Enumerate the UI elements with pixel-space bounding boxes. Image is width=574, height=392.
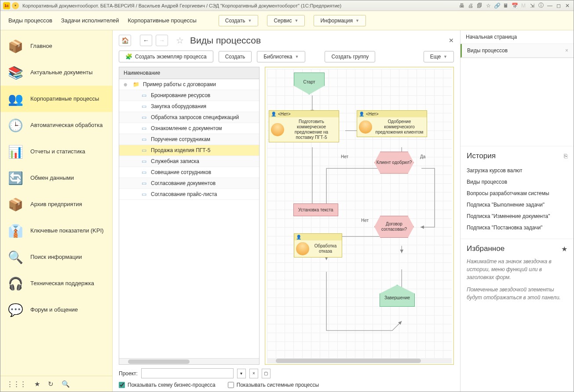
sidebar-item-10[interactable]: 💬Форум и общение <box>0 297 112 323</box>
forward-button[interactable]: → <box>156 35 168 46</box>
tree-row[interactable]: ▭Обработка запросов спецификаций <box>119 112 259 123</box>
tree-scrollbar[interactable] <box>119 358 259 364</box>
printer-icon[interactable]: 🖨 <box>467 2 474 9</box>
back-button[interactable]: ← <box>140 35 152 46</box>
show-scheme-checkbox[interactable]: Показывать схему бизнес-процесса <box>119 382 216 388</box>
node-decision-contract-agreed[interactable]: Договор согласован? <box>374 216 414 238</box>
history-link[interactable]: Подписка "Постановка задачи" <box>467 222 567 233</box>
page-title: Виды процессов <box>190 35 261 46</box>
sidebar-item-9[interactable]: 🎧Техническая поддержка <box>0 270 112 297</box>
fav-icon[interactable]: ★ <box>34 380 40 388</box>
node-task-prepare-offer[interactable]: 👤<Нет> Подготовить коммерческое предложе… <box>269 110 339 142</box>
sidebar-item-6[interactable]: 📦Архив предприятия <box>0 191 112 218</box>
create-group-button[interactable]: Создать группу <box>325 51 375 62</box>
menu-link-tasks[interactable]: Задачи исполнителей <box>61 17 119 24</box>
collapse-icon[interactable]: ⇲ <box>529 2 536 9</box>
minimize-icon[interactable]: — <box>546 2 553 9</box>
dropdown-icon[interactable]: ▾ <box>12 2 19 9</box>
tree-row[interactable]: ▭Служебная записка <box>119 156 259 167</box>
project-clear-button[interactable]: × <box>249 369 258 378</box>
favorite-star-icon[interactable]: ☆ <box>176 35 184 46</box>
favorites-star-icon[interactable]: ★ <box>561 245 567 253</box>
more-button[interactable]: Еще▼ <box>424 51 454 62</box>
history-link[interactable]: Подписка "Выполнение задачи" <box>467 199 567 211</box>
info-icon[interactable]: ⓘ <box>537 2 545 9</box>
menu-create-button[interactable]: Создать▼ <box>219 15 259 26</box>
library-button[interactable]: Библиотека▼ <box>257 51 305 62</box>
nav-icon: 🔍 <box>7 248 24 266</box>
nav-label: Автоматическая обработка <box>30 122 102 129</box>
create-instance-button[interactable]: 🧩Создать экземпляр процесса <box>119 51 213 62</box>
node-task-approve-offer[interactable]: 👤<Нет> Одобрение коммерческого предложен… <box>357 110 427 137</box>
project-dropdown-button[interactable]: ▾ <box>237 369 246 378</box>
m-icon[interactable]: M <box>520 2 527 9</box>
nav-label: Главное <box>30 43 52 50</box>
favorites-title: Избранное <box>467 244 505 253</box>
nav-icon: 👥 <box>7 90 24 108</box>
link-icon[interactable]: 🔗 <box>494 2 501 9</box>
print-icon[interactable]: 🖶 <box>458 2 465 9</box>
history-icon[interactable]: ↻ <box>48 380 54 388</box>
menu-link-process-types[interactable]: Виды процессов <box>8 17 52 24</box>
tree-row[interactable]: ⊕📁Пример работы с договорами <box>119 79 259 90</box>
nav-label: Ключевые показатели (KPI) <box>30 227 104 235</box>
nav-label: Техническая поддержка <box>30 280 94 287</box>
node-decision-client-approved[interactable]: Клиент одобрил? <box>374 152 414 174</box>
avatar-icon <box>359 120 372 134</box>
sidebar-item-4[interactable]: 📊Отчеты и статистика <box>0 138 112 165</box>
tree-row[interactable]: ▭Закупка оборудования <box>119 101 259 112</box>
apps-icon[interactable]: ⋮⋮⋮ <box>7 380 26 388</box>
titlebar: 1c ▾ Корпоративный документооборот. БЕТА… <box>0 0 574 11</box>
history-pin-icon[interactable]: ⎘ <box>564 152 567 160</box>
history-link[interactable]: Загрузка курсов валют <box>467 165 567 176</box>
diagram-canvas[interactable]: Старт 👤<Нет> Подготовить коммерческое пр… <box>265 67 454 365</box>
sidebar-bottom-bar: ⋮⋮⋮ ★ ↻ 🔍 <box>0 376 112 392</box>
nav-icon: 🕒 <box>7 116 24 134</box>
diagram-scrollbar[interactable] <box>267 358 452 363</box>
close-tab-icon[interactable]: × <box>565 47 568 54</box>
tree-row[interactable]: ▭Поручение сотрудникам <box>119 134 259 145</box>
show-system-checkbox[interactable]: Показывать системные процессы <box>228 382 319 388</box>
sidebar-item-7[interactable]: 👔Ключевые показатели (KPI) <box>0 218 112 244</box>
tree-row[interactable]: ▭Согласование прайс-листа <box>119 189 259 200</box>
nav-icon: 📚 <box>7 64 24 81</box>
close-page-icon[interactable]: ✕ <box>449 37 454 44</box>
right-pane: Начальная страница Виды процессов× Истор… <box>460 30 574 392</box>
favorites-hint-1: Нажимайте на значок звездочка в истории,… <box>467 258 567 281</box>
content-area: 🏠 ← → ☆ Виды процессов ✕ 🧩Создать экземп… <box>113 30 460 392</box>
tree-row[interactable]: ▭Бронирование ресурсов <box>119 90 259 101</box>
home-button[interactable]: 🏠 <box>119 35 131 46</box>
maximize-icon[interactable]: ◻ <box>555 2 562 9</box>
rp-tab-home[interactable]: Начальная страница <box>461 30 574 44</box>
history-link[interactable]: Виды процессов <box>467 176 567 188</box>
sidebar-item-8[interactable]: 🔍Поиск информации <box>0 244 112 270</box>
star-icon[interactable]: ☆ <box>485 2 492 9</box>
menu-link-corp-processes[interactable]: Корпоративные процессы <box>128 17 197 24</box>
project-input[interactable] <box>141 368 234 378</box>
project-open-button[interactable]: ▢ <box>262 369 271 378</box>
menu-service-button[interactable]: Сервис▼ <box>267 15 305 26</box>
app-logo-icon: 1c <box>3 2 10 9</box>
create-button[interactable]: Создать <box>219 51 252 62</box>
project-label: Проект: <box>119 370 138 377</box>
rp-tab-current[interactable]: Виды процессов× <box>461 44 574 58</box>
sidebar-item-3[interactable]: 🕒Автоматическая обработка <box>0 112 112 138</box>
sidebar-item-2[interactable]: 👥Корпоративные процессы <box>0 86 112 112</box>
close-window-icon[interactable]: ✕ <box>564 2 571 9</box>
sidebar-item-0[interactable]: 📦Главное <box>0 33 112 59</box>
history-link[interactable]: Подписка "Изменение документа" <box>467 211 567 222</box>
sidebar-item-5[interactable]: 🔄Обмен данными <box>0 165 112 191</box>
tree-row[interactable]: ▭Ознакомление с документом <box>119 123 259 134</box>
node-task-rejection[interactable]: 👤 Обработка отказа <box>294 233 342 258</box>
tree-row[interactable]: ▭Продажа изделия ПГТ-5 <box>119 145 259 156</box>
calendar-icon[interactable]: 📅 <box>511 2 518 9</box>
sidebar-item-1[interactable]: 📚Актуальные документы <box>0 59 112 86</box>
tree-row[interactable]: ▭Согласование документов <box>119 178 259 189</box>
calc-icon[interactable]: 🖩 <box>502 2 509 9</box>
history-link[interactable]: Вопросы разработчикам системы <box>467 188 567 199</box>
compare-icon[interactable]: 🗐 <box>476 2 483 9</box>
search-icon[interactable]: 🔍 <box>62 380 70 388</box>
menu-info-button[interactable]: Информация▼ <box>314 15 366 26</box>
tree-row[interactable]: ▭Совещание сотрудников <box>119 167 259 178</box>
node-action-set-text[interactable]: Установка текста <box>293 203 338 216</box>
